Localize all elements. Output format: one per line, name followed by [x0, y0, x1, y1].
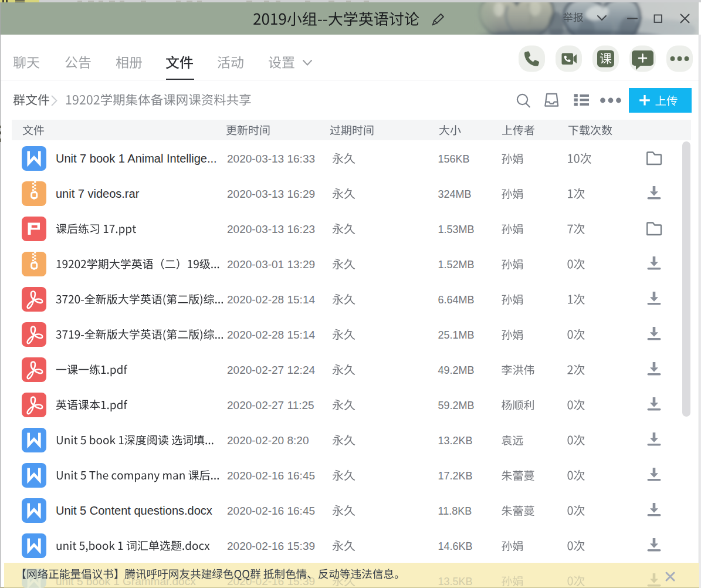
svg-text:2020-02-16 16:45: 2020-02-16 16:45	[227, 505, 315, 517]
svg-text:1.53MB: 1.53MB	[438, 224, 475, 235]
svg-text:2020-02-16 15:39: 2020-02-16 15:39	[227, 540, 315, 552]
svg-text:59.2MB: 59.2MB	[438, 400, 475, 411]
svg-text:49.2MB: 49.2MB	[438, 364, 475, 376]
svg-text:11.8KB: 11.8KB	[438, 505, 472, 517]
svg-text:2020-02-27 12:24: 2020-02-27 12:24	[227, 364, 315, 376]
svg-text:unit 7 videos.rar: unit 7 videos.rar	[56, 187, 140, 200]
svg-text:13.5KB: 13.5KB	[438, 576, 473, 587]
svg-text:156KB: 156KB	[438, 153, 470, 165]
svg-text:17.2KB: 17.2KB	[438, 470, 473, 482]
svg-text:2020-03-13 16:33: 2020-03-13 16:33	[227, 153, 315, 165]
svg-text:2020-03-13 16:23: 2020-03-13 16:23	[227, 223, 315, 235]
svg-text:2020-02-27 11:25: 2020-02-27 11:25	[227, 399, 314, 411]
svg-text:324MB: 324MB	[438, 188, 472, 200]
svg-text:6.64MB: 6.64MB	[438, 294, 475, 306]
svg-text:2020-03-01 13:29: 2020-03-01 13:29	[227, 258, 315, 271]
svg-text:Unit 5 Content questions.docx: Unit 5 Content questions.docx	[56, 504, 212, 517]
svg-text:2020-02-20 8:20: 2020-02-20 8:20	[227, 434, 309, 447]
svg-text:13.2KB: 13.2KB	[438, 435, 473, 447]
svg-text:2020-03-13 16:29: 2020-03-13 16:29	[227, 188, 315, 200]
svg-text:2020-02-28 15:14: 2020-02-28 15:14	[227, 329, 315, 341]
svg-text:2020-02-16 16:45: 2020-02-16 16:45	[227, 469, 315, 482]
svg-text:2020-02-28 15:14: 2020-02-28 15:14	[227, 293, 315, 306]
svg-text:25.1MB: 25.1MB	[438, 329, 475, 341]
svg-text:1.52MB: 1.52MB	[438, 259, 475, 271]
svg-text:14.6KB: 14.6KB	[438, 540, 473, 552]
svg-text:Unit 7 book 1 Animal Intellige: Unit 7 book 1 Animal Intellige...	[56, 152, 217, 165]
